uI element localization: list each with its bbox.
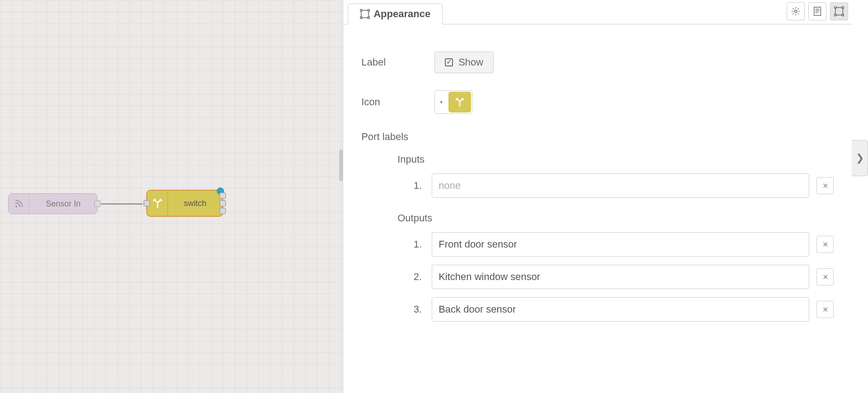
input-port-label-field[interactable]: [432, 173, 809, 198]
edit-panel: Appearance: [343, 0, 868, 393]
output-port-row: 2. ✕: [361, 265, 834, 289]
appearance-tab-icon: [360, 9, 370, 19]
switch-fork-icon: [152, 197, 163, 209]
close-icon: ✕: [822, 305, 828, 314]
node-wire: [101, 203, 143, 205]
outputs-heading: Outputs: [397, 212, 834, 224]
node-output-port-3[interactable]: [219, 208, 226, 214]
caret-down-icon: ▼: [435, 91, 448, 113]
label-field-label: Label: [361, 56, 434, 68]
icon-picker[interactable]: ▼: [434, 90, 472, 114]
output-port-label-field-2[interactable]: [432, 265, 809, 289]
clear-output-button[interactable]: ✕: [817, 301, 834, 318]
svg-rect-14: [835, 14, 836, 16]
output-port-number: 2.: [397, 271, 432, 283]
tab-bar: Appearance: [343, 0, 852, 24]
node-switch[interactable]: switch: [146, 190, 223, 217]
icon-swatch: [448, 92, 471, 112]
document-icon: [813, 6, 822, 16]
svg-rect-3: [368, 9, 370, 11]
node-icon-area: [9, 194, 29, 214]
gear-icon: [791, 6, 801, 16]
svg-rect-2: [360, 9, 362, 11]
chevron-right-icon: ❯: [856, 152, 864, 164]
close-icon: ✕: [822, 273, 828, 281]
node-output-port[interactable]: [94, 201, 101, 207]
flow-canvas[interactable]: Sensor In switch: [0, 0, 343, 393]
app-root: Sensor In switch: [0, 0, 868, 393]
tab-appearance-label: Appearance: [373, 8, 430, 20]
svg-rect-7: [814, 7, 821, 15]
svg-point-0: [15, 206, 17, 207]
input-port-number: 1.: [397, 180, 432, 192]
inputs-heading: Inputs: [397, 154, 834, 165]
settings-button[interactable]: [787, 2, 805, 20]
panel-body: Label Show Icon ▼: [343, 24, 852, 393]
output-port-number: 1.: [397, 239, 432, 250]
close-icon: ✕: [822, 240, 828, 249]
close-icon: ✕: [822, 182, 828, 190]
switch-fork-icon: [454, 97, 465, 108]
node-input-port[interactable]: [144, 200, 150, 206]
svg-rect-15: [842, 14, 844, 16]
clear-output-button[interactable]: ✕: [817, 236, 834, 253]
svg-rect-5: [368, 17, 370, 19]
node-sensor-label: Sensor In: [29, 199, 97, 209]
svg-rect-13: [842, 7, 844, 9]
node-icon-area: [147, 191, 168, 216]
appearance-button[interactable]: [830, 2, 848, 20]
icon-field-label: Icon: [361, 96, 434, 108]
svg-rect-12: [835, 7, 836, 9]
output-port-label-field-3[interactable]: [432, 297, 809, 322]
output-port-number: 3.: [397, 304, 432, 315]
node-sensor-in[interactable]: Sensor In: [8, 193, 98, 214]
svg-rect-4: [360, 17, 362, 19]
clear-output-button[interactable]: ✕: [817, 268, 834, 285]
input-port-row: 1. ✕: [361, 173, 834, 198]
node-switch-label: switch: [168, 199, 222, 208]
clear-input-button[interactable]: ✕: [817, 177, 834, 194]
canvas-scrollbar-thumb[interactable]: [339, 150, 343, 181]
output-port-row: 1. ✕: [361, 232, 834, 257]
svg-point-6: [794, 10, 797, 13]
node-output-port-2[interactable]: [219, 200, 226, 206]
node-output-ports: [219, 191, 226, 216]
checkbox-checked-icon: [445, 58, 453, 66]
tab-appearance[interactable]: Appearance: [348, 4, 443, 24]
port-labels-heading: Port labels: [361, 131, 834, 143]
panel-expand-handle[interactable]: ❯: [852, 140, 868, 176]
output-port-label-field-1[interactable]: [432, 232, 809, 257]
node-output-port-1[interactable]: [219, 192, 226, 199]
show-label-text: Show: [458, 56, 483, 68]
appearance-icon: [834, 6, 844, 16]
rss-icon: [13, 198, 25, 210]
show-label-toggle[interactable]: Show: [434, 51, 494, 73]
output-port-row: 3. ✕: [361, 297, 834, 322]
description-button[interactable]: [808, 2, 826, 20]
